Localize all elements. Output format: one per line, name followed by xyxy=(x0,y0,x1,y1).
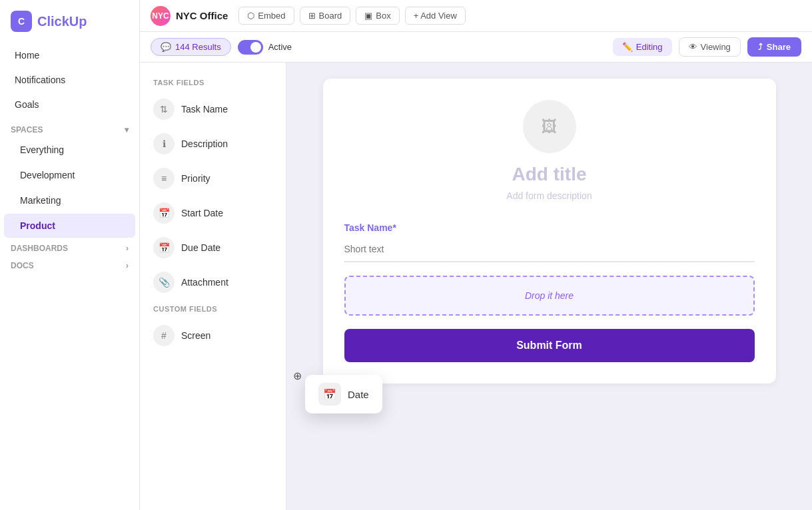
field-priority[interactable]: ≡ Priority xyxy=(140,161,286,196)
chevron-down-icon[interactable]: ▾ xyxy=(125,125,129,134)
box-button[interactable]: ▣ Box xyxy=(356,7,399,25)
start-date-icon: 📅 xyxy=(153,202,175,224)
form-card: 🖼 Add title Add form description Task Na… xyxy=(323,79,776,383)
drag-date-icon: 📅 xyxy=(318,383,341,405)
sidebar-nav: Home Notifications Goals xyxy=(0,40,139,120)
fields-panel: TASK FIELDS ⇅ Task Name ℹ Description ≡ … xyxy=(140,63,286,510)
logo-text: ClickUp xyxy=(37,14,87,29)
sidebar-item-home[interactable]: Home xyxy=(4,43,135,67)
sidebar: C ClickUp Home Notifications Goals Space… xyxy=(0,0,140,510)
due-date-label: Due Date xyxy=(181,242,220,253)
eye-icon: 👁 xyxy=(689,42,697,52)
spaces-section: Spaces ▾ xyxy=(0,120,139,137)
form-header: 🖼 Add title Add form description xyxy=(344,100,755,201)
priority-label: Priority xyxy=(181,173,210,184)
form-title-placeholder[interactable]: Add title xyxy=(512,164,587,185)
toolbar: 💬 144 Results Active ✏️ Editing 👁 Viewin… xyxy=(140,32,812,63)
add-view-button[interactable]: + Add View xyxy=(405,7,466,25)
screen-icon: # xyxy=(153,325,175,346)
active-toggle-container: Active xyxy=(238,40,292,55)
viewing-button[interactable]: 👁 Viewing xyxy=(679,37,741,57)
field-description[interactable]: ℹ Description xyxy=(140,127,286,161)
task-name-icon: ⇅ xyxy=(153,99,175,120)
chat-icon: 💬 xyxy=(161,42,171,52)
active-toggle[interactable] xyxy=(238,40,263,55)
attachment-icon: 📎 xyxy=(153,272,175,293)
sidebar-item-marketing[interactable]: Marketing xyxy=(4,188,135,212)
embed-icon: ⬡ xyxy=(247,11,254,21)
sidebar-item-goals[interactable]: Goals xyxy=(4,93,135,117)
board-button[interactable]: ⊞ Board xyxy=(300,7,351,25)
pencil-icon: ✏️ xyxy=(622,42,633,52)
form-area: 🖼 Add title Add form description Task Na… xyxy=(286,63,812,510)
sidebar-item-development[interactable]: Development xyxy=(4,163,135,187)
priority-icon: ≡ xyxy=(153,168,175,189)
field-screen[interactable]: # Screen xyxy=(140,318,286,353)
notifications-label: Notifications xyxy=(15,75,65,85)
goals-label: Goals xyxy=(15,99,39,110)
docs-section: Docs › xyxy=(0,256,139,273)
board-icon: ⊞ xyxy=(308,11,316,21)
custom-fields-title: CUSTOM FIELDS xyxy=(140,300,286,318)
description-icon: ℹ xyxy=(153,133,175,154)
content-area: TASK FIELDS ⇅ Task Name ℹ Description ≡ … xyxy=(140,63,812,510)
main-area: NYC NYC Office ⬡ Embed ⊞ Board ▣ Box + A… xyxy=(140,0,812,510)
field-due-date[interactable]: 📅 Due Date xyxy=(140,230,286,265)
drop-zone[interactable]: Drop it here xyxy=(344,276,755,316)
workspace-name: NYC Office xyxy=(176,10,228,21)
attachment-label: Attachment xyxy=(181,277,228,288)
due-date-icon: 📅 xyxy=(153,237,175,258)
sidebar-item-everything[interactable]: Everything xyxy=(4,138,135,162)
dashboards-section: Dashboards › xyxy=(0,238,139,256)
workspace-icon: NYC xyxy=(151,6,171,26)
task-name-field-label: Task Name* xyxy=(344,222,755,233)
share-icon: ⤴ xyxy=(758,42,763,52)
image-icon: 🖼 xyxy=(542,117,558,136)
field-task-name[interactable]: ⇅ Task Name xyxy=(140,92,286,127)
results-badge[interactable]: 💬 144 Results xyxy=(151,38,231,56)
workspace-area: NYC NYC Office xyxy=(151,6,228,26)
chevron-right-icon-docs[interactable]: › xyxy=(126,261,129,270)
sidebar-item-product[interactable]: Product xyxy=(4,214,135,238)
home-label: Home xyxy=(15,50,39,61)
sidebar-item-notifications[interactable]: Notifications xyxy=(4,68,135,92)
task-name-input[interactable] xyxy=(344,237,755,262)
task-name-field-group: Task Name* xyxy=(344,222,755,262)
embed-button[interactable]: ⬡ Embed xyxy=(238,7,294,25)
logo-area: C ClickUp xyxy=(0,0,139,40)
active-label: Active xyxy=(268,42,292,52)
field-start-date[interactable]: 📅 Start Date xyxy=(140,196,286,230)
editing-button[interactable]: ✏️ Editing xyxy=(613,38,672,56)
submit-form-button[interactable]: Submit Form xyxy=(344,329,755,362)
drag-item-label: Date xyxy=(348,389,369,400)
description-label: Description xyxy=(181,138,228,149)
form-image-placeholder[interactable]: 🖼 xyxy=(523,100,576,153)
task-fields-title: TASK FIELDS xyxy=(140,73,286,92)
drag-handle[interactable]: ⊕ xyxy=(293,370,302,382)
form-desc-placeholder[interactable]: Add form description xyxy=(506,190,592,201)
logo-icon: C xyxy=(11,11,32,32)
screen-label: Screen xyxy=(181,330,210,341)
topbar: NYC NYC Office ⬡ Embed ⊞ Board ▣ Box + A… xyxy=(140,0,812,32)
chevron-right-icon[interactable]: › xyxy=(126,244,129,253)
start-date-label: Start Date xyxy=(181,208,223,218)
task-name-label: Task Name xyxy=(181,104,228,115)
box-icon: ▣ xyxy=(364,11,372,21)
drag-item-date[interactable]: 📅 Date xyxy=(305,375,382,413)
field-attachment[interactable]: 📎 Attachment xyxy=(140,265,286,300)
share-button[interactable]: ⤴ Share xyxy=(747,37,801,57)
